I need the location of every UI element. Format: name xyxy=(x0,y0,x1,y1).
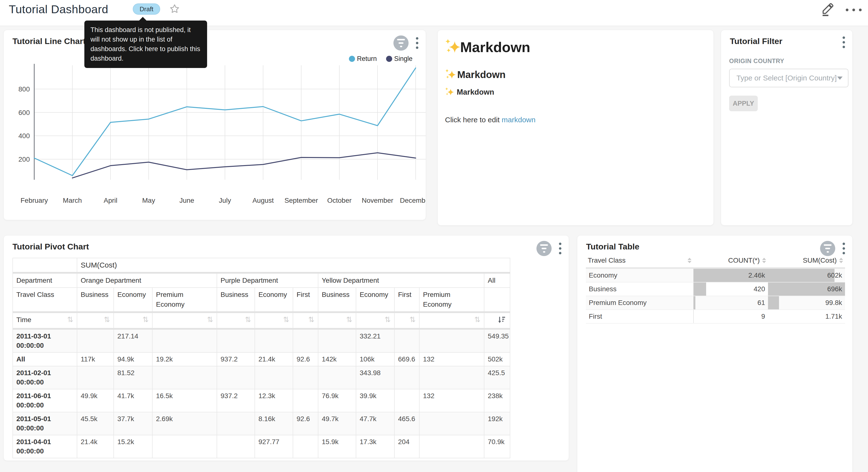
pivot-travel-class-header[interactable]: Business xyxy=(77,288,114,312)
x-axis-tick-label: December xyxy=(400,197,426,204)
pivot-row-header: 2011-06-01 00:00:00 xyxy=(13,389,77,412)
chevron-down-icon xyxy=(837,77,843,80)
filter-menu-kebab-icon[interactable] xyxy=(842,35,846,49)
pivot-cell: 41.7k xyxy=(114,389,152,412)
pivot-department-group[interactable]: Yellow Department xyxy=(318,273,484,288)
sort-descending-active-icon[interactable] xyxy=(499,316,506,326)
pivot-department-group[interactable]: Orange Department xyxy=(77,273,217,288)
sort-toggle-icon[interactable]: ⇅ xyxy=(143,315,149,324)
pivot-department-label: Department xyxy=(13,273,77,288)
sort-carets-icon[interactable] xyxy=(762,258,766,263)
pivot-travel-class-header[interactable]: Business xyxy=(217,288,255,312)
apply-button[interactable]: APPLY xyxy=(729,96,758,111)
pivot-department-group[interactable]: Purple Department xyxy=(217,273,318,288)
column-header-count[interactable]: COUNT(*) xyxy=(693,254,768,268)
pivot-sort-cell: ⇅ xyxy=(293,312,318,329)
sort-toggle-icon[interactable]: ⇅ xyxy=(409,315,416,324)
pivot-department-row: DepartmentOrange DepartmentPurple Depart… xyxy=(13,273,510,288)
pivot-travel-class-header[interactable]: First xyxy=(394,288,419,312)
pivot-cell: 142k xyxy=(318,352,356,366)
pivot-sort-cell xyxy=(484,312,510,329)
pivot-travel-class-header[interactable]: Business xyxy=(318,288,356,312)
sort-toggle-icon[interactable]: ⇅ xyxy=(245,315,251,324)
filter-card: Tutorial Filter ORIGIN COUNTRY APPLY xyxy=(721,30,852,226)
pivot-cell xyxy=(255,366,293,389)
markdown-h1: Markdown xyxy=(445,38,530,56)
markdown-paragraph: Click here to edit markdown xyxy=(445,116,535,124)
pivot-travel-class-header[interactable]: Premium Economy xyxy=(152,288,217,312)
legend-item-return[interactable]: Return xyxy=(349,55,377,63)
pivot-cell: 332.21 xyxy=(356,329,394,353)
pivot-sort-cell: ⇅ xyxy=(114,312,152,329)
edit-pencil-icon[interactable] xyxy=(821,2,835,17)
applied-filters-funnel-icon[interactable] xyxy=(820,241,835,256)
legend-item-single[interactable]: Single xyxy=(386,55,412,63)
sort-toggle-icon[interactable]: ⇅ xyxy=(104,315,110,324)
applied-filters-funnel-icon[interactable] xyxy=(536,241,552,256)
cell-value: 420 xyxy=(753,285,765,293)
pivot-cell: 343.98 xyxy=(356,366,394,389)
cell-sum: 602k xyxy=(768,268,845,282)
pivot-cell xyxy=(217,366,255,389)
table-menu-kebab-icon[interactable] xyxy=(842,242,846,255)
pivot-cell: 192k xyxy=(484,412,510,435)
pivot-cell xyxy=(394,389,419,412)
markdown-edit-link[interactable]: markdown xyxy=(502,116,535,124)
cell-sum: 99.8k xyxy=(768,296,845,309)
applied-filters-funnel-icon[interactable] xyxy=(394,35,409,51)
pivot-chart-title: Tutorial Pivot Chart xyxy=(12,242,89,252)
sort-toggle-icon[interactable]: ⇅ xyxy=(283,315,289,324)
favorite-star-icon[interactable] xyxy=(169,3,181,15)
status-badge[interactable]: Draft xyxy=(133,3,160,15)
pivot-travel-class-header[interactable]: First xyxy=(293,288,318,312)
pivot-travel-class-label: Travel Class xyxy=(13,288,77,312)
pivot-sort-cell: ⇅ xyxy=(419,312,484,329)
y-axis-tick-label: 200 xyxy=(18,155,30,163)
pivot-travel-class-header[interactable]: Economy xyxy=(356,288,394,312)
column-header-travel-class[interactable]: Travel Class xyxy=(586,254,693,268)
x-axis-tick-label: July xyxy=(219,197,231,204)
pivot-cell: 669.6 xyxy=(394,352,419,366)
cell-value: 9 xyxy=(761,313,765,320)
chart-menu-kebab-icon[interactable] xyxy=(415,36,419,50)
markdown-card[interactable]: Markdown Markdown Markdown Cl xyxy=(437,30,714,226)
origin-country-select[interactable] xyxy=(729,69,848,87)
origin-country-input[interactable] xyxy=(736,73,837,82)
pivot-travel-class-header[interactable] xyxy=(484,288,510,312)
y-axis-tick-label: 600 xyxy=(18,109,30,116)
pivot-travel-class-header[interactable]: Economy xyxy=(255,288,293,312)
pivot-cell: 81.52 xyxy=(114,366,152,389)
pivot-travel-class-header[interactable]: Economy xyxy=(114,288,152,312)
pivot-cell xyxy=(293,389,318,412)
sort-toggle-icon[interactable]: ⇅ xyxy=(67,315,73,324)
publish-tooltip: This dashboard is not published, it will… xyxy=(84,21,207,68)
pivot-travel-class-header[interactable]: Premium Economy xyxy=(419,288,484,312)
pivot-cell: 117k xyxy=(77,352,114,366)
sort-toggle-icon[interactable]: ⇅ xyxy=(308,315,314,324)
pivot-cell: 217.14 xyxy=(114,329,152,353)
pivot-card-actions xyxy=(536,241,562,256)
pivot-row: 2011-04-01 00:00:0021.4k15.2k927.7715.9k… xyxy=(13,435,510,458)
pivot-cell: 37.7k xyxy=(114,412,152,435)
pivot-cell xyxy=(419,366,484,389)
pivot-cell xyxy=(77,329,114,353)
filter-card-title: Tutorial Filter xyxy=(730,36,782,46)
pivot-department-group[interactable]: All xyxy=(484,273,510,288)
pivot-cell xyxy=(152,435,217,458)
sparkles-icon xyxy=(445,87,454,97)
pivot-cell xyxy=(419,435,484,458)
sort-toggle-icon[interactable]: ⇅ xyxy=(384,315,391,324)
cell-value: 602k xyxy=(827,271,842,279)
sort-carets-icon[interactable] xyxy=(839,258,843,263)
pivot-sort-cell: ⇅ xyxy=(394,312,419,329)
sort-toggle-icon[interactable]: ⇅ xyxy=(474,315,480,324)
sort-carets-icon[interactable] xyxy=(687,258,691,263)
line-chart-card: Tutorial Line Chart ReturnSingle 2004006… xyxy=(3,30,426,220)
pivot-menu-kebab-icon[interactable] xyxy=(558,242,562,255)
cell-bar xyxy=(693,283,706,296)
sort-toggle-icon[interactable]: ⇅ xyxy=(346,315,352,324)
more-options-ellipsis-icon[interactable] xyxy=(846,8,862,11)
pivot-row: 2011-03-01 00:00:00217.14332.21549.35 xyxy=(13,329,510,353)
sort-toggle-icon[interactable]: ⇅ xyxy=(207,315,213,324)
pivot-cell: 8.16k xyxy=(255,412,293,435)
